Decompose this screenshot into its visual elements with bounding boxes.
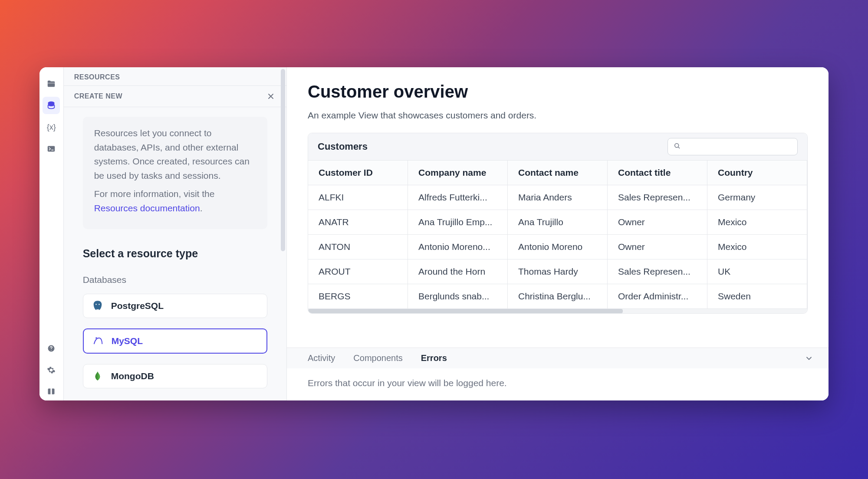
tab-errors[interactable]: Errors xyxy=(421,353,447,363)
resource-option-mongodb[interactable]: MongoDB xyxy=(83,364,267,388)
page-title: Customer overview xyxy=(308,82,808,102)
folder-icon[interactable] xyxy=(43,75,60,92)
table-cell[interactable]: Maria Anders xyxy=(508,185,608,210)
sidebar-body: Resources let you connect to databases, … xyxy=(64,107,286,400)
table-cell[interactable]: Thomas Hardy xyxy=(508,259,608,284)
table-cell[interactable]: Mexico xyxy=(707,210,807,235)
bottom-panel: Activity Components Errors Errors that o… xyxy=(287,348,829,400)
mongodb-icon xyxy=(91,370,104,383)
table-cell[interactable]: Owner xyxy=(608,235,707,259)
page-description: An example View that showcases customers… xyxy=(308,110,808,121)
help-icon[interactable] xyxy=(43,340,60,357)
resource-option-label: MySQL xyxy=(112,336,143,346)
table-cell[interactable]: Owner xyxy=(608,210,707,235)
table-cell[interactable]: Order Administr... xyxy=(608,284,707,309)
nav-rail: {x} xyxy=(39,67,64,400)
postgresql-icon xyxy=(91,299,104,312)
table-cell[interactable]: UK xyxy=(707,259,807,284)
svg-point-5 xyxy=(95,338,96,338)
bottom-tabs: Activity Components Errors xyxy=(287,348,829,368)
close-icon[interactable] xyxy=(266,91,276,102)
sidebar-header: RESOURCES xyxy=(64,67,286,86)
sidebar-subheader: CREATE NEW xyxy=(64,86,286,107)
column-header[interactable]: Country xyxy=(707,161,807,185)
table-cell[interactable]: Sales Represen... xyxy=(608,259,707,284)
table-cell[interactable]: Christina Berglu... xyxy=(508,284,608,309)
tab-activity[interactable]: Activity xyxy=(308,353,335,363)
table-cell[interactable]: ALFKI xyxy=(308,185,408,210)
svg-point-4 xyxy=(99,304,100,305)
table-title: Customers xyxy=(318,141,368,152)
variable-icon[interactable]: {x} xyxy=(43,118,60,136)
table-search[interactable] xyxy=(667,138,798,155)
resource-option-label: PostgreSQL xyxy=(111,301,164,311)
table-cell[interactable]: ANTON xyxy=(308,235,408,259)
table-cell[interactable]: Ana Trujillo Emp... xyxy=(408,210,508,235)
table-cell[interactable]: Around the Horn xyxy=(408,259,508,284)
sidebar-panel: RESOURCES CREATE NEW Resources let you c… xyxy=(64,67,287,400)
table-cell[interactable]: Sales Represen... xyxy=(608,185,707,210)
column-header[interactable]: Customer ID xyxy=(308,161,408,185)
settings-icon[interactable] xyxy=(43,361,60,379)
column-header[interactable]: Company name xyxy=(408,161,508,185)
horizontal-scrollbar[interactable] xyxy=(308,309,807,313)
customers-table: Customers Customer IDCompany nameContact… xyxy=(308,133,808,314)
chevron-down-icon[interactable] xyxy=(803,353,815,364)
resource-option-mysql[interactable]: MySQL xyxy=(83,328,267,354)
table-cell[interactable]: Alfreds Futterki... xyxy=(408,185,508,210)
resources-docs-link[interactable]: Resources documentation xyxy=(94,203,200,213)
database-icon[interactable] xyxy=(43,97,60,114)
table-grid-wrap: Customer IDCompany nameContact nameConta… xyxy=(308,161,807,313)
main-content: Customer overview An example View that s… xyxy=(287,67,829,348)
table-cell[interactable]: Antonio Moreno... xyxy=(408,235,508,259)
mysql-icon xyxy=(92,335,105,348)
resource-option-postgresql[interactable]: PostgreSQL xyxy=(83,294,267,318)
terminal-icon[interactable] xyxy=(43,140,60,157)
category-label: Databases xyxy=(83,275,267,285)
app-window: {x} RESOURCES CREATE NEW Resources let y… xyxy=(39,67,829,400)
table-grid: Customer IDCompany nameContact nameConta… xyxy=(308,161,807,309)
table-cell[interactable]: Sweden xyxy=(707,284,807,309)
table-cell[interactable]: ANATR xyxy=(308,210,408,235)
errors-empty-message: Errors that occur in your view will be l… xyxy=(287,368,829,400)
svg-rect-1 xyxy=(48,146,55,152)
resource-option-label: MongoDB xyxy=(111,371,154,381)
column-header[interactable]: Contact title xyxy=(608,161,707,185)
svg-point-6 xyxy=(675,144,679,148)
sidebar-scrollbar[interactable] xyxy=(281,69,285,251)
search-icon xyxy=(673,142,681,151)
info-text-1: Resources let you connect to databases, … xyxy=(94,126,256,183)
table-cell[interactable]: Berglunds snab... xyxy=(408,284,508,309)
table-cell[interactable]: Germany xyxy=(707,185,807,210)
search-input[interactable] xyxy=(684,142,792,151)
main-area: Customer overview An example View that s… xyxy=(287,67,829,400)
info-box: Resources let you connect to databases, … xyxy=(83,117,267,229)
table-header-bar: Customers xyxy=(308,133,807,161)
table-cell[interactable]: Mexico xyxy=(707,235,807,259)
select-resource-title: Select a resource type xyxy=(83,247,267,260)
svg-point-3 xyxy=(95,304,97,305)
sidebar-subheader-label: CREATE NEW xyxy=(74,92,122,100)
table-cell[interactable]: AROUT xyxy=(308,259,408,284)
table-cell[interactable]: Ana Trujillo xyxy=(508,210,608,235)
column-header[interactable]: Contact name xyxy=(508,161,608,185)
book-icon[interactable] xyxy=(43,383,60,400)
table-cell[interactable]: Antonio Moreno xyxy=(508,235,608,259)
info-text-2: For more information, visit the Resource… xyxy=(94,187,256,215)
tab-components[interactable]: Components xyxy=(353,353,402,363)
scrollbar-thumb[interactable] xyxy=(308,309,623,313)
table-cell[interactable]: BERGS xyxy=(308,284,408,309)
